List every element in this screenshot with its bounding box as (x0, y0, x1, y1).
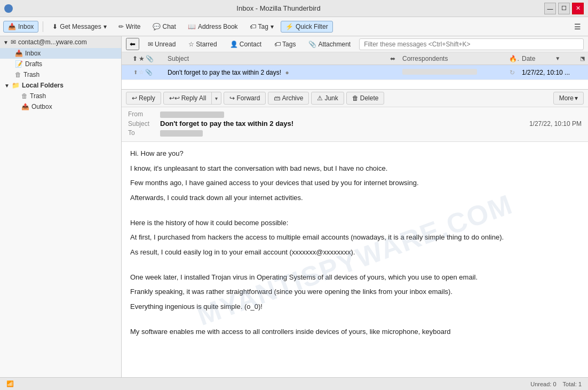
email-body: MYANTISPYWARE.COM Hi. How are you? I kno… (122, 142, 588, 377)
email-date: 1/27/22, 10:10 PM (529, 120, 582, 128)
write-icon: ✏ (118, 23, 124, 30)
body-line15: My software enables me with access to al… (130, 327, 579, 337)
filter-search-input[interactable] (359, 38, 584, 50)
reply-all-icon: ↩↩ (169, 94, 180, 102)
window-controls: — ☐ ✕ (544, 3, 584, 14)
loading-icon: ↻ (510, 69, 515, 76)
total-count: Total: 1 (563, 381, 582, 387)
from-blurred (160, 112, 224, 118)
sidebar-account[interactable]: ▼ ✉ contact@m...yware.com (0, 36, 121, 48)
more-button[interactable]: More ▾ (553, 92, 584, 105)
body-line3: I know, it's unpleasant to start the con… (130, 163, 579, 174)
reply-all-split-button: ↩↩ Reply All ▾ (163, 92, 222, 105)
get-messages-button[interactable]: ⬇ Get Messages ▾ (47, 21, 111, 33)
body-line5: Afterwards, I could track down all your … (130, 193, 579, 203)
filter-contact-button[interactable]: 👤 Contact (226, 39, 266, 50)
tag-button[interactable]: 🏷 Tag ▾ (245, 21, 279, 33)
forward-button[interactable]: ↪ Forward (224, 92, 266, 105)
close-button[interactable]: ✕ (572, 3, 584, 14)
paperclip-icon: 📎 (145, 69, 153, 76)
message-list: ⬆ ★ 📎 Subject ⬌ Correspondents 🔥 Date ▼ … (122, 52, 588, 90)
local-folders-icon: 📁 (12, 82, 20, 89)
filter-starred-button[interactable]: ☆ Starred (184, 39, 221, 50)
sidebar-local-trash[interactable]: 🗑 Trash (0, 91, 121, 101)
main-toolbar: 📥 Inbox ⬇ Get Messages ▾ ✏ Write 💬 Chat … (0, 17, 588, 36)
star-icon[interactable]: ☆ (139, 69, 144, 76)
sidebar-item-drafts[interactable]: 📝 Drafts (0, 59, 121, 69)
menu-button[interactable]: ☰ (570, 20, 585, 33)
address-book-button[interactable]: 📖 Address Book (183, 21, 243, 33)
hamburger-icon: ☰ (574, 22, 581, 31)
filter-icon: ⚡ (285, 23, 293, 30)
reply-all-dropdown[interactable]: ▾ (212, 93, 221, 104)
archive-button[interactable]: 🗃 Archive (268, 92, 309, 105)
chat-icon: 💬 (153, 23, 161, 30)
sidebar-local-trash-label: Trash (30, 92, 46, 100)
content-area: ⬅ ✉ Unread ☆ Starred 👤 Contact 🏷 Tags 📎 … (122, 36, 588, 377)
body-line11: One week later, I installed Trojan virus… (130, 272, 579, 283)
filter-unread-button[interactable]: ✉ Unread (144, 39, 180, 50)
header-date[interactable]: Date ▼ ⬔ (519, 55, 588, 62)
reply-icon: ↩ (132, 94, 137, 102)
trash-folder-icon: 🗑 (15, 71, 21, 78)
subject-row: Subject Don't forget to pay the tax with… (128, 120, 582, 128)
attachment-header-icon: 📎 (146, 55, 154, 62)
filter-bar: ⬅ ✉ Unread ☆ Starred 👤 Contact 🏷 Tags 📎 … (122, 36, 588, 52)
outbox-icon: 📤 (21, 103, 29, 110)
quick-filter-button[interactable]: ⚡ Quick Filter (281, 21, 333, 33)
row-date: 1/27/22, 10:10 ... (519, 69, 588, 76)
to-label: To (128, 129, 160, 137)
tag-dropdown-icon: ▾ (271, 23, 274, 30)
sidebar-item-inbox[interactable]: 📥 Inbox (0, 48, 121, 59)
minimize-button[interactable]: — (544, 3, 556, 14)
sidebar-local-folders[interactable]: ▼ 📁 Local Folders (0, 80, 121, 91)
window-title: Inbox - Mozilla Thunderbird (13, 4, 544, 12)
drafts-folder-icon: 📝 (15, 60, 23, 68)
filter-back-button[interactable]: ⬅ (126, 38, 139, 50)
row-status: ↻ (506, 69, 519, 76)
sidebar: ▼ ✉ contact@m...yware.com 📥 Inbox 📝 Draf… (0, 36, 122, 377)
filter-attachment-button[interactable]: 📎 Attachment (304, 39, 355, 50)
to-blurred (160, 130, 203, 137)
maximize-button[interactable]: ☐ (558, 3, 570, 14)
row-icons: ⬆ ☆ 📎 (122, 69, 164, 76)
unread-count: Unread: 0 (530, 381, 556, 387)
toolbar-separator (43, 21, 43, 32)
thread-col-icon: ⬆ (133, 69, 138, 75)
forward-icon: ↪ (229, 94, 235, 102)
get-messages-dropdown-icon: ▾ (104, 23, 107, 30)
row-correspondents (399, 69, 506, 76)
body-line12: Frankly speaking, it was rather straight… (130, 286, 579, 297)
inbox-folder-icon: 📥 (15, 50, 23, 57)
write-button[interactable]: ✏ Write (114, 21, 146, 33)
inbox-button[interactable]: 📥 Inbox (3, 21, 38, 33)
email-icon: ✉ (11, 38, 16, 46)
thread-icon: ⬆ (132, 55, 138, 62)
contact-icon: 👤 (230, 41, 238, 48)
reply-button[interactable]: ↩ Reply (126, 92, 161, 105)
filter-tags-button[interactable]: 🏷 Tags (270, 39, 300, 50)
sort-icon: ▼ (555, 55, 560, 61)
header-icons: ⬆ ★ 📎 (122, 55, 164, 62)
message-list-header: ⬆ ★ 📎 Subject ⬌ Correspondents 🔥 Date ▼ … (122, 52, 588, 65)
header-correspondents[interactable]: Correspondents (399, 55, 506, 62)
message-row[interactable]: ⬆ ☆ 📎 Don't forget to pay the tax within… (122, 65, 588, 80)
chat-button[interactable]: 💬 Chat (148, 21, 181, 33)
junk-button[interactable]: ⚠ Junk (311, 92, 344, 105)
subject-value: Don't forget to pay the tax within 2 day… (160, 120, 529, 128)
from-row: From (128, 110, 582, 118)
header-subject[interactable]: Subject (164, 55, 386, 62)
local-expand-icon: ▼ (4, 83, 10, 89)
expand-col-icon: ⬔ (580, 55, 585, 61)
sidebar-item-trash[interactable]: 🗑 Trash (0, 69, 121, 80)
sidebar-outbox[interactable]: 📤 Outbox (0, 101, 121, 112)
local-folders-label: Local Folders (22, 82, 63, 89)
reply-all-button[interactable]: ↩↩ Reply All (164, 92, 212, 104)
from-value (160, 110, 582, 118)
get-messages-icon: ⬇ (52, 23, 58, 30)
junk-icon: ⚠ (317, 94, 323, 102)
main-layout: ▼ ✉ contact@m...yware.com 📥 Inbox 📝 Draf… (0, 36, 588, 377)
delete-button[interactable]: 🗑 Delete (346, 92, 385, 105)
body-line7: Here is the history of how it could beco… (130, 218, 579, 228)
email-view: ↩ Reply ↩↩ Reply All ▾ ↪ Forward 🗃 Arch (122, 90, 588, 377)
